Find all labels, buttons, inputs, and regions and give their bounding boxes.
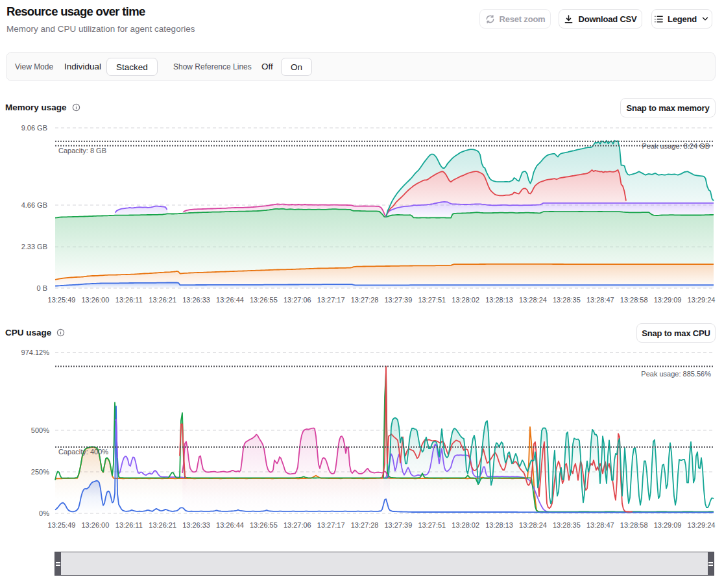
- svg-text:13:26:21: 13:26:21: [149, 296, 176, 304]
- svg-text:13:27:51: 13:27:51: [418, 521, 446, 529]
- svg-text:13:28:24: 13:28:24: [519, 521, 547, 529]
- svg-text:13:26:55: 13:26:55: [250, 296, 278, 304]
- svg-text:13:27:06: 13:27:06: [284, 521, 311, 529]
- svg-text:13:28:35: 13:28:35: [553, 296, 581, 304]
- svg-text:13:26:11: 13:26:11: [115, 521, 143, 529]
- svg-text:13:26:44: 13:26:44: [216, 521, 244, 529]
- svg-text:13:28:02: 13:28:02: [452, 521, 479, 529]
- svg-text:13:27:17: 13:27:17: [317, 521, 345, 529]
- svg-text:13:26:55: 13:26:55: [250, 521, 278, 529]
- svg-text:13:26:33: 13:26:33: [182, 521, 210, 529]
- svg-text:13:26:00: 13:26:00: [81, 296, 109, 304]
- svg-text:13:28:47: 13:28:47: [586, 296, 614, 304]
- svg-text:13:28:58: 13:28:58: [620, 296, 648, 304]
- svg-text:13:25:49: 13:25:49: [48, 521, 76, 529]
- svg-text:13:28:13: 13:28:13: [485, 296, 513, 304]
- svg-text:13:28:24: 13:28:24: [519, 296, 547, 304]
- svg-text:13:27:28: 13:27:28: [351, 296, 379, 304]
- svg-text:13:29:09: 13:29:09: [654, 296, 682, 304]
- svg-text:13:29:09: 13:29:09: [654, 521, 682, 529]
- svg-text:250%: 250%: [31, 468, 49, 476]
- svg-text:13:28:58: 13:28:58: [620, 521, 648, 529]
- svg-text:13:29:24: 13:29:24: [688, 296, 716, 304]
- svg-text:13:28:02: 13:28:02: [452, 296, 479, 304]
- svg-text:Capacity: 400%: Capacity: 400%: [58, 448, 108, 456]
- svg-text:13:26:00: 13:26:00: [81, 521, 109, 529]
- svg-text:Capacity: 8 GB: Capacity: 8 GB: [58, 147, 106, 154]
- svg-text:13:27:28: 13:27:28: [351, 521, 379, 529]
- svg-text:4.66 GB: 4.66 GB: [21, 201, 47, 209]
- svg-text:13:27:39: 13:27:39: [384, 521, 412, 529]
- svg-text:13:25:49: 13:25:49: [48, 296, 76, 304]
- svg-text:0%: 0%: [39, 509, 49, 517]
- svg-text:13:26:44: 13:26:44: [216, 296, 244, 304]
- svg-text:13:27:39: 13:27:39: [384, 296, 412, 304]
- svg-text:13:29:24: 13:29:24: [688, 521, 716, 529]
- svg-text:Peak usage: 885.56%: Peak usage: 885.56%: [641, 370, 711, 378]
- svg-text:13:26:11: 13:26:11: [115, 296, 143, 304]
- svg-text:9.06 GB: 9.06 GB: [21, 124, 47, 132]
- svg-text:13:26:21: 13:26:21: [149, 521, 176, 529]
- svg-text:0 B: 0 B: [36, 284, 47, 292]
- svg-text:974.12%: 974.12%: [21, 349, 50, 356]
- svg-text:13:28:47: 13:28:47: [586, 521, 614, 529]
- svg-text:2.33 GB: 2.33 GB: [21, 243, 47, 251]
- svg-text:13:28:13: 13:28:13: [485, 521, 513, 529]
- svg-text:13:27:17: 13:27:17: [317, 296, 345, 304]
- svg-text:13:27:51: 13:27:51: [418, 296, 446, 304]
- svg-text:13:26:33: 13:26:33: [182, 296, 210, 304]
- svg-text:Peak usage: 8.24 GB: Peak usage: 8.24 GB: [642, 142, 710, 150]
- svg-text:500%: 500%: [31, 426, 49, 434]
- svg-text:13:28:35: 13:28:35: [553, 521, 581, 529]
- svg-text:13:27:06: 13:27:06: [284, 296, 311, 304]
